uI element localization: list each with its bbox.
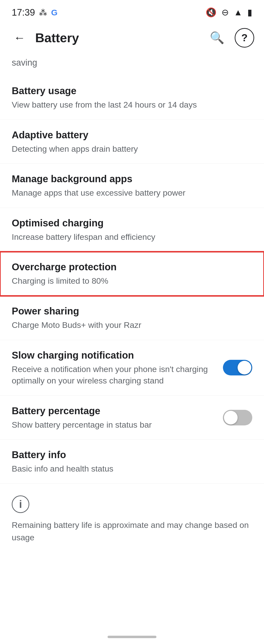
battery-percentage-item[interactable]: Battery percentage Show battery percenta… [0, 396, 264, 440]
slow-charging-text: Slow charging notification Receive a not… [12, 349, 223, 387]
settings-content: saving Battery usage View battery use fr… [0, 54, 264, 550]
slow-charging-row: Slow charging notification Receive a not… [12, 349, 252, 387]
battery-info-title: Battery info [12, 448, 252, 461]
battery-info-item[interactable]: Battery info Basic info and health statu… [0, 440, 264, 484]
back-button[interactable]: ← [10, 28, 29, 48]
mute-icon: 🔇 [206, 7, 217, 18]
power-sharing-subtitle: Charge Moto Buds+ with your Razr [12, 319, 252, 331]
battery-usage-subtitle: View battery use from the last 24 hours … [12, 99, 252, 111]
manage-background-apps-subtitle: Manage apps that use excessive battery p… [12, 187, 252, 199]
info-letter: i [19, 498, 22, 510]
adaptive-battery-item[interactable]: Adaptive battery Detecting when apps dra… [0, 120, 264, 164]
adaptive-battery-subtitle: Detecting when apps drain battery [12, 143, 252, 155]
google-icon: G [51, 8, 57, 17]
status-icons: 🔇 ⊖ ▲ ▮ [206, 7, 252, 18]
app-bar: ← Battery 🔍 ? [0, 22, 264, 54]
connectivity-icon: ⁂ [39, 8, 47, 17]
battery-percentage-toggle-knob [224, 411, 238, 424]
battery-percentage-text: Battery percentage Show battery percenta… [12, 404, 223, 431]
partial-saving-text: saving [0, 54, 264, 76]
overcharge-protection-item[interactable]: Overcharge protection Charging is limite… [0, 252, 264, 296]
manage-background-apps-title: Manage background apps [12, 172, 252, 185]
search-icon: 🔍 [210, 31, 224, 45]
slow-charging-notification-item[interactable]: Slow charging notification Receive a not… [0, 340, 264, 396]
status-time-area: 17:39 ⁂ G [12, 7, 58, 18]
status-time: 17:39 [12, 7, 35, 18]
bottom-nav-bar [107, 636, 157, 638]
back-arrow-icon: ← [14, 32, 25, 44]
status-bar: 17:39 ⁂ G 🔇 ⊖ ▲ ▮ [0, 0, 264, 22]
slow-charging-title: Slow charging notification [12, 349, 216, 362]
adaptive-battery-title: Adaptive battery [12, 128, 252, 141]
info-note-text: Remaining battery life is approximate an… [12, 519, 252, 544]
slow-charging-subtitle: Receive a notification when your phone i… [12, 364, 216, 387]
battery-info-subtitle: Basic info and health status [12, 463, 252, 475]
battery-percentage-title: Battery percentage [12, 404, 216, 417]
optimised-charging-subtitle: Increase battery lifespan and efficiency [12, 231, 252, 243]
power-sharing-item[interactable]: Power sharing Charge Moto Buds+ with you… [0, 296, 264, 340]
battery-usage-title: Battery usage [12, 84, 252, 97]
wifi-icon: ▲ [234, 7, 242, 18]
info-icon: i [12, 496, 29, 513]
power-sharing-title: Power sharing [12, 305, 252, 317]
battery-status-icon: ▮ [247, 7, 252, 18]
dnd-icon: ⊖ [221, 7, 229, 18]
battery-usage-item[interactable]: Battery usage View battery use from the … [0, 76, 264, 120]
settings-list: Battery usage View battery use from the … [0, 76, 264, 484]
optimised-charging-item[interactable]: Optimised charging Increase battery life… [0, 208, 264, 252]
optimised-charging-title: Optimised charging [12, 216, 252, 229]
slow-charging-toggle-knob [238, 361, 251, 374]
battery-percentage-row: Battery percentage Show battery percenta… [12, 404, 252, 431]
slow-charging-toggle[interactable] [223, 360, 252, 376]
help-button[interactable]: ? [235, 28, 254, 48]
app-bar-actions: 🔍 ? [207, 28, 254, 48]
overcharge-protection-subtitle: Charging is limited to 80% [12, 275, 252, 287]
battery-percentage-subtitle: Show battery percentage in status bar [12, 419, 216, 431]
help-icon: ? [241, 32, 248, 44]
manage-background-apps-item[interactable]: Manage background apps Manage apps that … [0, 164, 264, 208]
page-title: Battery [35, 30, 207, 45]
search-button[interactable]: 🔍 [207, 28, 227, 48]
battery-percentage-toggle[interactable] [223, 410, 252, 426]
info-note-section: i Remaining battery life is approximate … [0, 484, 264, 550]
overcharge-protection-title: Overcharge protection [12, 260, 252, 273]
